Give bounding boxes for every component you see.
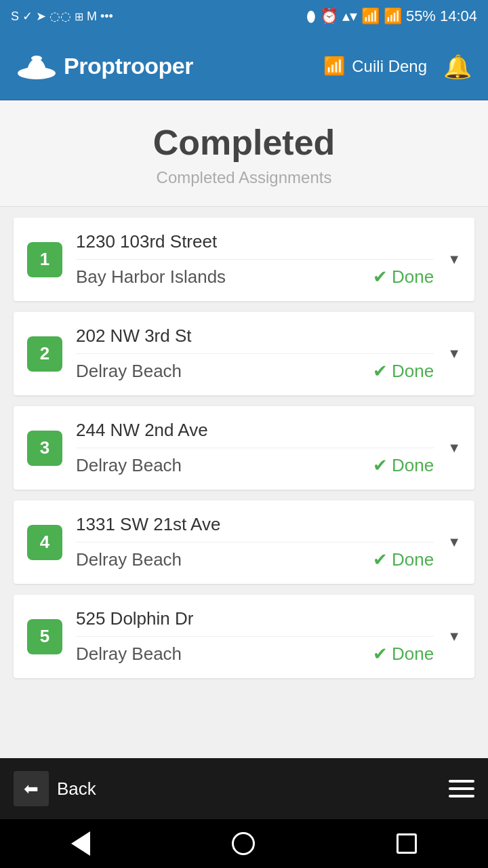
username-label: Cuili Deng	[352, 57, 427, 76]
battery-text: 55%	[406, 7, 436, 25]
status-label: Done	[392, 455, 434, 476]
back-nav-button[interactable]	[71, 831, 90, 856]
item-bottom-row: Bay Harbor Islands ✔ Done	[76, 267, 434, 288]
list-item[interactable]: 3 244 NW 2nd Ave Delray Beach ✔ Done ▼	[14, 406, 474, 490]
item-status: ✔ Done	[373, 549, 434, 570]
item-city: Delray Beach	[76, 455, 182, 476]
item-bottom-row: Delray Beach ✔ Done	[76, 361, 434, 382]
item-address: 244 NW 2nd Ave	[76, 420, 434, 448]
menu-button[interactable]	[449, 780, 474, 797]
item-details: 525 Dolphin Dr Delray Beach ✔ Done	[76, 608, 434, 665]
status-apps: S✓➤◌◌⊞M•••	[11, 9, 113, 24]
home-nav-button[interactable]	[232, 832, 255, 855]
android-nav-bar	[0, 819, 488, 868]
item-address: 1230 103rd Street	[76, 231, 434, 260]
wifi-icon: ▴▾	[342, 7, 357, 25]
item-status: ✔ Done	[373, 267, 434, 288]
app-header: Proptrooper 📶 Cuili Deng 🔔	[0, 33, 488, 100]
hamburger-line-3	[449, 795, 474, 797]
chevron-down-icon[interactable]: ▼	[447, 440, 461, 456]
chevron-down-icon[interactable]: ▼	[447, 534, 461, 550]
item-details: 244 NW 2nd Ave Delray Beach ✔ Done	[76, 420, 434, 476]
page-subtitle: Completed Assignments	[14, 168, 474, 187]
item-status: ✔ Done	[373, 361, 434, 382]
checkmark-icon: ✔	[373, 455, 388, 476]
back-arrow-box: ⬅	[14, 771, 49, 806]
back-button[interactable]: ⬅ Back	[14, 771, 96, 806]
logo-text: Proptrooper	[64, 53, 193, 79]
chevron-down-icon[interactable]: ▼	[447, 346, 461, 361]
page-title: Completed	[14, 122, 474, 163]
checkmark-icon: ✔	[373, 361, 388, 382]
checkmark-icon: ✔	[373, 267, 388, 288]
logo-hat-icon	[16, 52, 57, 81]
logo: Proptrooper	[16, 52, 193, 81]
chevron-down-icon[interactable]: ▼	[447, 252, 461, 267]
item-city: Delray Beach	[76, 549, 182, 570]
item-status: ✔ Done	[373, 644, 434, 665]
wifi-signal-icon: 📶	[361, 7, 380, 25]
chevron-down-icon[interactable]: ▼	[447, 629, 461, 644]
alarm-icon: ⏰	[320, 7, 338, 25]
bluetooth-icon: ⬮	[306, 7, 316, 25]
list-item[interactable]: 2 202 NW 3rd St Delray Beach ✔ Done ▼	[14, 312, 474, 395]
wifi-header-icon: 📶	[323, 56, 345, 77]
status-icons-left: S✓➤◌◌⊞M•••	[11, 9, 113, 24]
status-label: Done	[392, 549, 434, 570]
bottom-navigation: ⬅ Back	[0, 758, 488, 819]
notification-bell-icon[interactable]: 🔔	[443, 53, 472, 80]
signal-icon: 📶	[384, 7, 402, 25]
svg-point-1	[31, 56, 42, 61]
item-number-badge: 3	[27, 431, 62, 466]
item-bottom-row: Delray Beach ✔ Done	[76, 455, 434, 476]
item-bottom-row: Delray Beach ✔ Done	[76, 549, 434, 570]
list-item[interactable]: 4 1331 SW 21st Ave Delray Beach ✔ Done ▼	[14, 500, 474, 584]
recents-nav-button[interactable]	[396, 833, 417, 854]
item-address: 202 NW 3rd St	[76, 326, 434, 354]
hamburger-line-1	[449, 780, 474, 783]
assignments-list: 1 1230 103rd Street Bay Harbor Islands ✔…	[0, 207, 488, 758]
list-item[interactable]: 1 1230 103rd Street Bay Harbor Islands ✔…	[14, 218, 474, 301]
header-right: 📶 Cuili Deng 🔔	[323, 53, 472, 80]
back-label: Back	[57, 778, 96, 800]
time-display: 14:04	[440, 7, 477, 25]
checkmark-icon: ✔	[373, 644, 388, 665]
status-bar: S✓➤◌◌⊞M••• ⬮ ⏰ ▴▾ 📶 📶 55% 14:04	[0, 0, 488, 33]
item-address: 525 Dolphin Dr	[76, 608, 434, 637]
hamburger-line-2	[449, 787, 474, 790]
item-number-badge: 5	[27, 619, 62, 654]
page-title-section: Completed Completed Assignments	[0, 100, 488, 207]
item-number-badge: 2	[27, 336, 62, 372]
item-status: ✔ Done	[373, 455, 434, 476]
item-address: 1331 SW 21st Ave	[76, 514, 434, 542]
item-city: Delray Beach	[76, 644, 182, 665]
status-label: Done	[392, 644, 434, 665]
item-number-badge: 1	[27, 242, 62, 277]
item-city: Delray Beach	[76, 361, 182, 382]
status-label: Done	[392, 361, 434, 382]
back-arrow-icon: ⬅	[24, 778, 39, 800]
user-info: 📶 Cuili Deng	[323, 56, 427, 77]
status-info-right: ⬮ ⏰ ▴▾ 📶 📶 55% 14:04	[306, 7, 477, 25]
item-bottom-row: Delray Beach ✔ Done	[76, 644, 434, 665]
status-label: Done	[392, 267, 434, 288]
item-number-badge: 4	[27, 525, 62, 560]
item-city: Bay Harbor Islands	[76, 267, 226, 288]
item-details: 1331 SW 21st Ave Delray Beach ✔ Done	[76, 514, 434, 570]
item-details: 202 NW 3rd St Delray Beach ✔ Done	[76, 326, 434, 382]
list-item[interactable]: 5 525 Dolphin Dr Delray Beach ✔ Done ▼	[14, 595, 474, 678]
checkmark-icon: ✔	[373, 549, 388, 570]
item-details: 1230 103rd Street Bay Harbor Islands ✔ D…	[76, 231, 434, 288]
